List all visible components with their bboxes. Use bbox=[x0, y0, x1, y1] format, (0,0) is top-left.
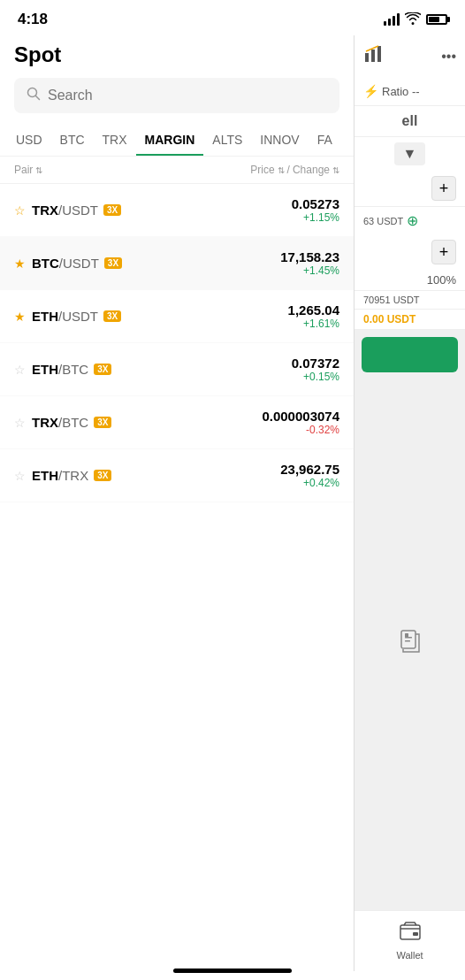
pair-row[interactable]: ☆ TRX/USDT 3X 0.05273 +1.15% bbox=[0, 184, 354, 237]
pair-price: 23,962.75 bbox=[280, 462, 339, 477]
tab-btc[interactable]: BTC bbox=[51, 124, 94, 156]
svg-rect-6 bbox=[405, 637, 412, 639]
ratio-row: ⚡ Ratio -- bbox=[354, 77, 465, 106]
pair-name: TRX/USDT bbox=[32, 203, 98, 218]
svg-rect-3 bbox=[371, 50, 375, 62]
tab-alts[interactable]: ALTS bbox=[203, 124, 251, 156]
left-panel: Spot USD BTC TRX MARGIN ALTS INNOV FA bbox=[0, 35, 354, 971]
orange-amount-display: 0.00 USDT bbox=[354, 310, 465, 330]
pair-badge: 3X bbox=[94, 364, 111, 375]
percent-display: 100% bbox=[354, 270, 465, 291]
pair-badge: 3X bbox=[94, 470, 111, 481]
pair-badge: 3X bbox=[94, 417, 111, 428]
pair-change: +1.15% bbox=[292, 211, 339, 224]
pair-row[interactable]: ☆ TRX/BTC 3X 0.000003074 -0.32% bbox=[0, 396, 354, 449]
price-sort-icon: ⇅ bbox=[278, 165, 285, 175]
pair-change: -0.32% bbox=[262, 424, 339, 436]
pair-right: 17,158.23 +1.45% bbox=[280, 249, 339, 277]
svg-rect-7 bbox=[405, 640, 410, 642]
pair-price: 17,158.23 bbox=[280, 249, 339, 264]
page-title: Spot bbox=[14, 42, 339, 67]
tab-margin[interactable]: MARGIN bbox=[136, 124, 204, 156]
wallet-icon bbox=[400, 922, 421, 946]
star-icon[interactable]: ☆ bbox=[14, 416, 27, 430]
pair-left: ☆ TRX/USDT 3X bbox=[14, 203, 121, 218]
plus-btn-row-2: + bbox=[354, 234, 465, 270]
pair-change: +0.15% bbox=[292, 371, 339, 383]
pair-left: ☆ ETH/TRX 3X bbox=[14, 468, 111, 483]
status-bar: 4:18 bbox=[0, 0, 465, 35]
buy-button[interactable] bbox=[362, 337, 458, 372]
dropdown-row: ▼ bbox=[354, 137, 465, 171]
pair-badge: 3X bbox=[103, 310, 121, 322]
search-input[interactable] bbox=[48, 88, 327, 103]
pair-badge: 3X bbox=[104, 257, 122, 269]
pair-sort-icon: ⇅ bbox=[35, 165, 42, 175]
usdt-display: 70951 USDT bbox=[354, 291, 465, 310]
pair-change: +1.61% bbox=[288, 318, 339, 330]
lightning-icon: ⚡ bbox=[363, 84, 378, 98]
pair-left: ☆ TRX/BTC 3X bbox=[14, 415, 111, 430]
plus-btn-row-1: + bbox=[354, 171, 465, 206]
svg-rect-5 bbox=[401, 631, 415, 648]
plus-button-1[interactable]: + bbox=[431, 176, 456, 201]
pair-price: 0.07372 bbox=[292, 356, 339, 371]
svg-rect-8 bbox=[405, 633, 408, 637]
pair-name: ETH/USDT bbox=[32, 309, 98, 324]
pair-price: 0.000003074 bbox=[262, 409, 339, 424]
right-bottom-spacer bbox=[354, 670, 465, 910]
right-panel: ••• ⚡ Ratio -- ell ▼ + 63 USDT ⊕ + 100% bbox=[354, 35, 465, 971]
wallet-label: Wallet bbox=[396, 950, 423, 961]
price-change-column-header[interactable]: Price ⇅ / Change ⇅ bbox=[250, 164, 339, 176]
doc-icon-area[interactable] bbox=[354, 619, 465, 670]
more-options-icon[interactable]: ••• bbox=[441, 49, 456, 65]
pair-row[interactable]: ★ BTC/USDT 3X 17,158.23 +1.45% bbox=[0, 237, 354, 290]
tab-fa[interactable]: FA bbox=[309, 124, 341, 156]
wifi-icon bbox=[405, 12, 421, 27]
status-icons bbox=[384, 12, 447, 27]
pair-change: +1.45% bbox=[280, 264, 339, 277]
price-display: 63 USDT ⊕ bbox=[354, 206, 465, 234]
pair-name: BTC/USDT bbox=[32, 256, 99, 271]
star-icon[interactable]: ☆ bbox=[14, 363, 27, 377]
pair-price: 1,265.04 bbox=[288, 302, 339, 318]
pair-right: 1,265.04 +1.61% bbox=[288, 302, 339, 330]
pair-row[interactable]: ☆ ETH/BTC 3X 0.07372 +0.15% bbox=[0, 343, 354, 396]
pair-right: 0.000003074 -0.32% bbox=[262, 409, 339, 436]
pair-column-header[interactable]: Pair ⇅ bbox=[14, 164, 42, 176]
svg-rect-2 bbox=[365, 53, 369, 62]
plus-circle-icon[interactable]: ⊕ bbox=[407, 212, 418, 229]
star-icon[interactable]: ☆ bbox=[14, 469, 27, 483]
star-icon[interactable]: ★ bbox=[14, 310, 27, 324]
plus-button-2[interactable]: + bbox=[431, 240, 456, 264]
pair-name: ETH/TRX bbox=[32, 468, 88, 483]
star-icon[interactable]: ☆ bbox=[14, 203, 27, 218]
tabs-row: USD BTC TRX MARGIN ALTS INNOV FA bbox=[0, 124, 354, 157]
pair-row[interactable]: ★ ETH/USDT 3X 1,265.04 +1.61% bbox=[0, 290, 354, 343]
pair-left: ☆ ETH/BTC 3X bbox=[14, 362, 111, 377]
svg-rect-10 bbox=[413, 932, 418, 936]
pair-row[interactable]: ☆ ETH/TRX 3X 23,962.75 +0.42% bbox=[0, 449, 354, 502]
main-layout: Spot USD BTC TRX MARGIN ALTS INNOV FA bbox=[0, 35, 465, 971]
pair-right: 23,962.75 +0.42% bbox=[280, 462, 339, 489]
pair-name: TRX/BTC bbox=[32, 415, 88, 430]
document-icon bbox=[400, 630, 421, 660]
chart-icon[interactable] bbox=[363, 44, 383, 68]
pair-list: ☆ TRX/USDT 3X 0.05273 +1.15% ★ BTC/USDT bbox=[0, 184, 354, 971]
svg-rect-4 bbox=[377, 46, 381, 62]
dropdown-button[interactable]: ▼ bbox=[394, 142, 426, 165]
star-icon[interactable]: ★ bbox=[14, 256, 27, 271]
signal-bars-icon bbox=[384, 13, 400, 26]
wallet-section[interactable]: Wallet bbox=[354, 910, 465, 971]
search-box[interactable] bbox=[14, 78, 339, 113]
pair-badge: 3X bbox=[103, 204, 121, 216]
orange-amount-text: 0.00 USDT bbox=[363, 313, 415, 325]
search-icon bbox=[27, 87, 41, 104]
home-indicator bbox=[173, 969, 292, 973]
tab-usd[interactable]: USD bbox=[7, 124, 51, 156]
pair-change: +0.42% bbox=[280, 477, 339, 489]
tab-innov[interactable]: INNOV bbox=[251, 124, 308, 156]
pair-right: 0.05273 +1.15% bbox=[292, 196, 339, 224]
tab-trx[interactable]: TRX bbox=[94, 124, 136, 156]
right-top-bar: ••• bbox=[354, 35, 465, 77]
